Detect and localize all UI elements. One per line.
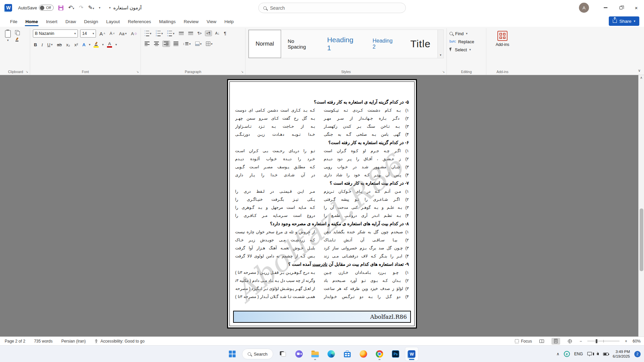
taskbar-search[interactable]: Search — [242, 349, 273, 359]
document-canvas[interactable]: Abolfazl.R86 ۵- در کدام گزینه آرایه ی اس… — [0, 75, 644, 337]
tab-insert[interactable]: Insert — [42, 17, 61, 27]
tab-references[interactable]: References — [124, 17, 155, 27]
style-heading-2[interactable]: Heading 2 — [366, 30, 404, 58]
borders-button[interactable]: ▾ — [205, 41, 214, 47]
underline-button[interactable]: U▾ — [46, 42, 54, 48]
zoom-in-button[interactable]: + — [625, 339, 627, 344]
notification-badge[interactable]: 2 — [634, 351, 641, 357]
font-color-button[interactable]: A — [106, 41, 113, 48]
redo-icon[interactable]: ↷ — [79, 5, 83, 10]
format-painter-pen-icon[interactable]: ✎▾ — [88, 5, 94, 10]
numbering-button[interactable]: 123▾ — [155, 29, 164, 37]
sort-button[interactable]: A↓ — [214, 31, 221, 36]
task-view-button[interactable] — [277, 347, 289, 361]
battery-icon[interactable] — [603, 353, 608, 356]
tab-home[interactable]: Home — [21, 17, 42, 27]
collapse-ribbon-icon[interactable]: ∨ — [638, 68, 641, 73]
print-layout-button[interactable] — [551, 338, 560, 345]
format-painter-icon[interactable] — [15, 38, 19, 42]
align-center-button[interactable] — [153, 41, 160, 47]
edge-button[interactable] — [325, 347, 338, 361]
autosave-switch[interactable]: Off — [39, 5, 54, 11]
text-effects-button[interactable]: A — [82, 42, 87, 48]
volume-icon[interactable] — [596, 353, 599, 355]
increase-indent-button[interactable] — [187, 31, 194, 36]
grow-font-button[interactable]: A˄ — [98, 31, 106, 37]
line-spacing-button[interactable]: ↕▾ — [182, 42, 192, 46]
save-icon[interactable] — [58, 5, 63, 10]
tab-review[interactable]: Review — [180, 17, 203, 27]
clear-formatting-button[interactable]: A◇ — [130, 31, 138, 37]
undo-icon[interactable]: ↶▾ — [68, 5, 74, 10]
multilevel-list-button[interactable]: abc▾ — [166, 29, 175, 37]
clipboard-dialog-launcher-icon[interactable]: ↘ — [25, 70, 28, 73]
replace-button[interactable]: b⇄cReplace — [449, 38, 483, 46]
paragraph-dialog-launcher-icon[interactable]: ↘ — [241, 70, 244, 73]
zoom-out-button[interactable]: − — [580, 339, 582, 344]
vertical-scrollbar[interactable]: ∧ — [638, 75, 644, 337]
font-size-combobox[interactable]: 14▾ — [80, 29, 96, 38]
share-button[interactable]: Share ▾ — [609, 16, 639, 26]
decrease-indent-button[interactable] — [178, 31, 185, 36]
accessibility-status[interactable]: Accessibility: Good to go — [94, 339, 144, 344]
tab-file[interactable]: File — [6, 17, 21, 27]
rtl-direction-button[interactable]: <¶ — [205, 31, 212, 36]
chat-button[interactable] — [293, 347, 306, 361]
zoom-level[interactable]: 60% — [633, 339, 641, 344]
autosave-toggle[interactable]: AutoSave Off — [18, 5, 54, 11]
network-icon[interactable] — [587, 352, 592, 355]
styles-dialog-launcher-icon[interactable]: ↘ — [442, 70, 445, 73]
tab-view[interactable]: View — [203, 17, 220, 27]
tab-design[interactable]: Design — [80, 17, 102, 27]
avatar[interactable]: A — [579, 3, 589, 13]
font-dialog-launcher-icon[interactable]: ↘ — [136, 70, 139, 73]
close-button[interactable]: × — [629, 0, 644, 15]
word-button[interactable]: W — [406, 347, 418, 361]
styles-gallery-more-button[interactable]: ▾ — [437, 30, 443, 58]
word-count[interactable]: 735 words — [34, 339, 52, 344]
search-input[interactable]: Search — [258, 3, 406, 13]
chrome-button[interactable] — [373, 347, 386, 361]
paste-button[interactable]: ▾ — [4, 29, 12, 43]
highlight-color-button[interactable] — [93, 41, 100, 48]
customize-qat-icon[interactable]: ▾ — [99, 6, 101, 9]
microsoft-store-button[interactable] — [341, 347, 354, 361]
language-indicator[interactable]: Persian (Iran) — [61, 339, 86, 344]
tab-help[interactable]: Help — [220, 17, 238, 27]
style-title[interactable]: Title — [404, 30, 437, 58]
scrollbar-thumb[interactable] — [640, 208, 643, 271]
tab-draw[interactable]: Draw — [61, 17, 80, 27]
read-mode-button[interactable] — [537, 338, 546, 345]
copy-icon[interactable] — [15, 30, 20, 35]
superscript-button[interactable]: x² — [73, 42, 79, 48]
photoshop-button[interactable]: Ps — [389, 347, 402, 361]
style-normal[interactable]: Normal — [249, 30, 281, 58]
select-button[interactable]: Select▾ — [449, 46, 483, 54]
align-left-button[interactable] — [144, 41, 151, 47]
shrink-font-button[interactable]: A˅ — [109, 31, 116, 36]
bullets-button[interactable]: •••▾ — [144, 29, 152, 37]
italic-button[interactable]: I — [40, 42, 44, 48]
style-heading-1[interactable]: Heading 1 — [320, 30, 366, 58]
zoom-slider-thumb[interactable] — [596, 339, 597, 343]
restore-button[interactable] — [613, 0, 629, 15]
find-button[interactable]: Find▾ — [449, 29, 483, 38]
align-right-button[interactable] — [162, 41, 170, 47]
page-indicator[interactable]: Page 2 of 2 — [5, 339, 25, 344]
file-explorer-button[interactable] — [309, 347, 322, 361]
firefox-button[interactable] — [357, 347, 370, 361]
font-name-combobox[interactable]: B Nazanin▾ — [33, 29, 78, 38]
web-layout-button[interactable] — [566, 338, 574, 345]
show-formatting-marks-button[interactable]: ¶ — [223, 31, 227, 36]
document-title[interactable]: آزمون استعاره ▾ — [109, 5, 142, 10]
addins-button[interactable]: Add-ins — [495, 30, 511, 48]
scroll-up-arrow-icon[interactable]: ∧ — [639, 76, 644, 79]
start-button[interactable] — [226, 347, 238, 361]
justify-button[interactable] — [172, 41, 179, 47]
strikethrough-button[interactable]: ab — [56, 42, 63, 48]
bold-button[interactable]: B — [33, 42, 38, 48]
shading-button[interactable]: ▾ — [194, 41, 203, 47]
tab-mailings[interactable]: Mailings — [155, 17, 180, 27]
change-case-button[interactable]: Aa▾ — [118, 31, 127, 37]
eset-icon[interactable]: e — [564, 351, 570, 357]
